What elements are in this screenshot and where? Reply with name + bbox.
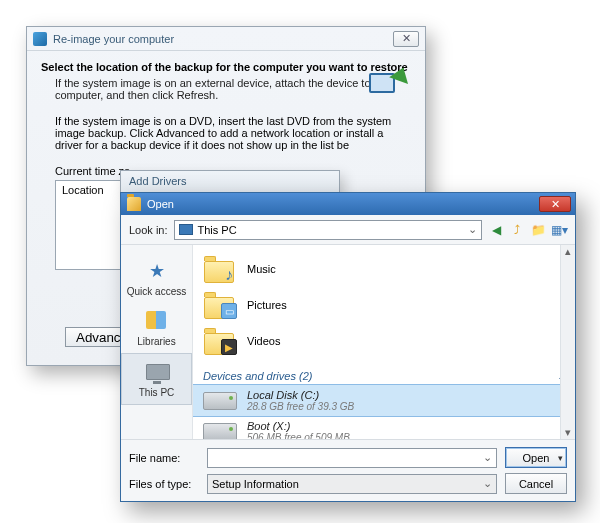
- scroll-up-icon[interactable]: ▴: [565, 245, 571, 258]
- filetype-value: Setup Information: [212, 478, 299, 490]
- this-pc-icon: [142, 360, 172, 384]
- lookin-value: This PC: [198, 224, 237, 236]
- add-drivers-titlebar[interactable]: Add Drivers: [120, 170, 340, 194]
- sidebar-quick-access[interactable]: Quick access: [121, 253, 192, 303]
- cancel-button-label: Cancel: [519, 478, 553, 490]
- open-toolbar: Look in: This PC ⌄ ◀ ⤴ 📁 ▦▾: [121, 215, 575, 245]
- folder-label: Pictures: [247, 299, 287, 311]
- lookin-label: Look in:: [129, 224, 168, 236]
- folder-open-icon: [127, 197, 141, 211]
- new-folder-icon[interactable]: 📁: [530, 222, 546, 238]
- folder-label: Videos: [247, 335, 280, 347]
- back-icon[interactable]: ◀: [488, 222, 504, 238]
- open-button[interactable]: Open: [505, 447, 567, 468]
- hard-drive-icon: [203, 423, 237, 440]
- wizard-close-button[interactable]: ✕: [393, 31, 419, 47]
- wizard-heading: Select the location of the backup for th…: [41, 61, 411, 73]
- folder-music[interactable]: ♪ Music: [193, 251, 575, 287]
- sidebar-libraries[interactable]: Libraries: [121, 303, 192, 353]
- folder-videos[interactable]: ▶ Videos: [193, 323, 575, 359]
- this-pc-icon: [179, 224, 193, 235]
- open-dialog: Open ✕ Look in: This PC ⌄ ◀ ⤴ 📁 ▦▾ Quick…: [120, 192, 576, 502]
- chevron-down-icon: ⌄: [468, 223, 477, 236]
- videos-folder-icon: ▶: [203, 327, 237, 355]
- file-list[interactable]: ♪ Music ▭ Pictures ▶ Videos: [193, 245, 575, 439]
- libraries-icon: [142, 309, 172, 333]
- wizard-subtext: If the system image is on an external de…: [55, 77, 411, 101]
- wizard-paragraph: If the system image is on a DVD, insert …: [55, 115, 397, 151]
- sidebar-label: Libraries: [137, 336, 175, 347]
- sidebar-this-pc[interactable]: This PC: [121, 353, 192, 405]
- listbox-column-header: Location: [62, 184, 104, 196]
- pictures-folder-icon: ▭: [203, 291, 237, 319]
- open-close-button[interactable]: ✕: [539, 196, 571, 212]
- places-sidebar: Quick access Libraries This PC: [121, 245, 193, 439]
- wizard-app-icon: [33, 32, 47, 46]
- chevron-down-icon: ⌄: [483, 451, 492, 464]
- hard-drive-icon: [203, 392, 237, 410]
- up-one-level-icon[interactable]: ⤴: [509, 222, 525, 238]
- drive-boot-x[interactable]: Boot (X:) 506 MB free of 509 MB: [193, 416, 575, 439]
- sidebar-label: This PC: [139, 387, 175, 398]
- scrollbar[interactable]: ▴ ▾: [560, 245, 575, 439]
- drive-name: Local Disk (C:): [247, 389, 354, 401]
- filetype-combo[interactable]: Setup Information ⌄: [207, 474, 497, 494]
- open-button-label: Open: [523, 452, 550, 464]
- drive-freespace: 28.8 GB free of 39.3 GB: [247, 401, 354, 412]
- folder-label: Music: [247, 263, 276, 275]
- filename-combo[interactable]: ⌄: [207, 448, 497, 468]
- wizard-titlebar[interactable]: Re-image your computer ✕: [27, 27, 425, 51]
- drive-local-disk-c[interactable]: Local Disk (C:) 28.8 GB free of 39.3 GB: [193, 385, 575, 416]
- view-menu-icon[interactable]: ▦▾: [551, 222, 567, 238]
- chevron-down-icon: ⌄: [483, 477, 492, 490]
- open-titlebar[interactable]: Open ✕: [121, 193, 575, 215]
- scroll-down-icon[interactable]: ▾: [565, 426, 571, 439]
- devices-group-header[interactable]: Devices and drives (2) ▴: [193, 365, 575, 385]
- open-dialog-bottom: File name: ⌄ Open Files of type: Setup I…: [121, 439, 575, 501]
- sidebar-label: Quick access: [127, 286, 186, 297]
- filename-label: File name:: [129, 452, 199, 464]
- wizard-title: Re-image your computer: [53, 33, 174, 45]
- open-title: Open: [147, 198, 174, 210]
- cancel-button[interactable]: Cancel: [505, 473, 567, 494]
- folder-pictures[interactable]: ▭ Pictures: [193, 287, 575, 323]
- restore-hero-icon: [369, 67, 411, 109]
- drive-name: Boot (X:): [247, 420, 350, 432]
- lookin-combo[interactable]: This PC ⌄: [174, 220, 482, 240]
- group-header-label: Devices and drives (2): [203, 370, 312, 382]
- quick-access-icon: [142, 259, 172, 283]
- add-drivers-title: Add Drivers: [129, 175, 186, 187]
- filetype-label: Files of type:: [129, 478, 199, 490]
- music-folder-icon: ♪: [203, 255, 237, 283]
- drive-freespace: 506 MB free of 509 MB: [247, 432, 350, 439]
